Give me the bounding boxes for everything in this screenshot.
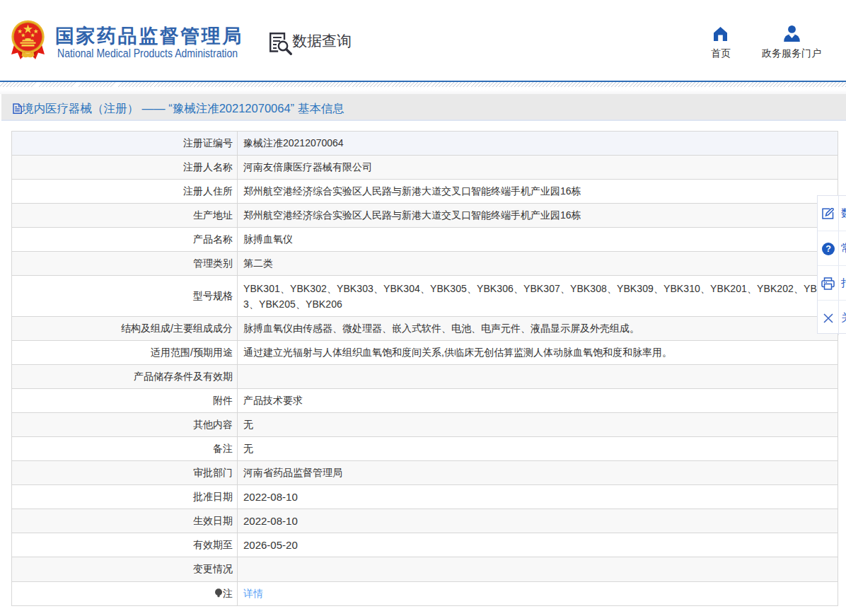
svg-text:?: ? (825, 244, 831, 254)
